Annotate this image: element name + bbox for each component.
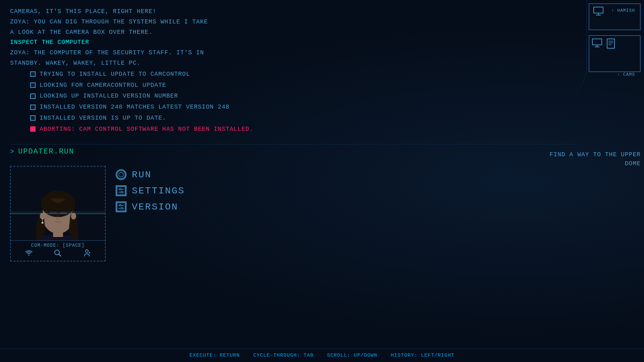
portrait-bottom-bar: COM-MODE: [SPACE] [11,240,105,261]
svg-rect-6 [607,39,614,48]
scroll-key: UP/DOWN [354,353,377,358]
action-icon[interactable] [83,249,91,259]
execute-status: EXECUTE: RETURN [190,353,240,358]
check-item-5: INSTALLED VERSION IS UP TO DATE. [10,113,577,123]
document-icon [607,39,615,49]
svg-rect-27 [11,213,105,214]
svg-point-26 [42,222,44,224]
history-status: HISTORY: LEFT/RIGHT [391,353,454,358]
version-icon [116,201,126,212]
minimap-cams: ↑ CAMS [589,35,641,72]
cams-label: ↑ CAMS [617,72,635,77]
dialogue-section: CAMERAS, IT'S THIS PLACE, RIGHT HERE! ZO… [10,7,577,135]
check-text-5: INSTALLED VERSION IS UP TO DATE. [40,113,166,123]
minimap-hamish: ↑ HAMISH [589,3,641,30]
updater-section: > UPDATER.RUN [10,147,577,163]
svg-rect-0 [594,7,603,13]
svg-rect-41 [117,203,125,211]
svg-line-30 [59,254,61,256]
svg-rect-36 [117,187,125,195]
menu-item-version[interactable]: VERSION [116,201,185,212]
settings-label: SETTINGS [132,186,185,196]
check-item-error: ABORTING: CAM CONTROL SOFTWARE HAS NOT B… [10,124,577,134]
history-label: HISTORY: [391,353,421,358]
check-item-4: INSTALLED VERSION 248 MATCHES LATEST VER… [10,102,577,112]
svg-point-40 [121,191,123,193]
menu-item-settings[interactable]: SETTINGS [116,185,185,196]
scroll-status: SCROLL: UP/DOWN [327,353,377,358]
check-text-4: INSTALLED VERSION 248 MATCHES LATEST VER… [40,102,229,112]
cycle-status: CYCLE-THROUGH: TAB [253,353,314,358]
cycle-label: CYCLE-THROUGH: [253,353,304,358]
check-item-3: LOOKING UP INSTALLED VERSION NUMBER [10,91,577,101]
svg-point-31 [86,250,88,252]
menu-item-run[interactable]: RUN [116,169,185,180]
check-box-4 [30,105,36,110]
svg-rect-28 [11,212,105,212]
portrait-box: COM-MODE: [SPACE] [10,166,106,261]
monitor-icon [592,39,605,49]
version-label: VERSION [132,202,178,212]
check-text-2: LOOKING FOR CAMERACONTROL UPDATE [40,80,166,90]
check-box-5 [30,115,36,121]
cmd-text: UPDATER.RUN [18,147,74,156]
scroll-label: SCROLL: [327,353,354,358]
wifi-icon[interactable] [25,249,33,259]
svg-rect-3 [592,39,602,45]
checklist: TRYING TO INSTALL UPDATE TO CAMCONTROL L… [10,69,577,134]
dialogue-line2: ZOYA: YOU CAN DIG THROUGH THE SYSTEMS WH… [10,17,577,27]
file-panel: COM-MODE: [SPACE] [10,166,185,261]
check-item-1: TRYING TO INSTALL UPDATE TO CAMCONTROL [10,69,577,79]
mission-line2: DOME [550,159,641,168]
check-box-error [30,126,36,132]
dialogue-action: INSPECT THE COMPUTER [10,38,577,47]
divider [10,144,577,144]
dialogue-line1: CAMERAS, IT'S THIS PLACE, RIGHT HERE! [10,7,577,16]
mission-text: FIND A WAY TO THE UPPER DOME [550,150,641,168]
svg-point-38 [119,188,121,190]
hamish-label: ↑ HAMISH [611,8,635,13]
settings-icon [116,185,126,196]
history-key: LEFT/RIGHT [421,353,454,358]
dialogue-line3: A LOOK AT THE CAMERA BOX OVER THERE. [10,27,577,37]
check-box-1 [30,71,36,77]
portrait-icons-row [14,249,102,259]
svg-point-35 [119,172,123,177]
menu-items: RUN SETTINGS [116,166,185,212]
search-icon[interactable] [54,249,61,259]
run-icon [116,169,126,180]
execute-label: EXECUTE: [190,353,220,358]
cycle-key: TAB [304,353,314,358]
dialogue-line5: STANDBY. WAKEY, WAKEY, LITTLE PC. [10,58,577,68]
com-mode-text: COM-MODE: [SPACE] [14,243,102,248]
cams-icons-row [592,39,615,49]
updater-command[interactable]: > UPDATER.RUN [10,147,577,156]
cmd-arrow: > [10,148,14,156]
status-bar: EXECUTE: RETURN CYCLE-THROUGH: TAB SCROL… [0,349,644,362]
run-label: RUN [132,170,152,180]
execute-key: RETURN [220,353,240,358]
mission-line1: FIND A WAY TO THE UPPER [550,150,641,159]
check-item-2: LOOKING FOR CAMERACONTROL UPDATE [10,80,577,90]
hamish-computer-icon [593,7,605,18]
check-text-error: ABORTING: CAM CONTROL SOFTWARE HAS NOT B… [40,124,253,134]
svg-point-45 [121,207,123,209]
dialogue-line4: ZOYA: THE COMPUTER OF THE SECURITY STAFF… [10,48,577,58]
svg-point-43 [119,204,121,206]
check-box-3 [30,94,36,99]
check-text-1: TRYING TO INSTALL UPDATE TO CAMCONTROL [40,69,190,79]
check-text-3: LOOKING UP INSTALLED VERSION NUMBER [40,91,178,101]
svg-point-34 [117,171,125,179]
check-box-2 [30,82,36,88]
